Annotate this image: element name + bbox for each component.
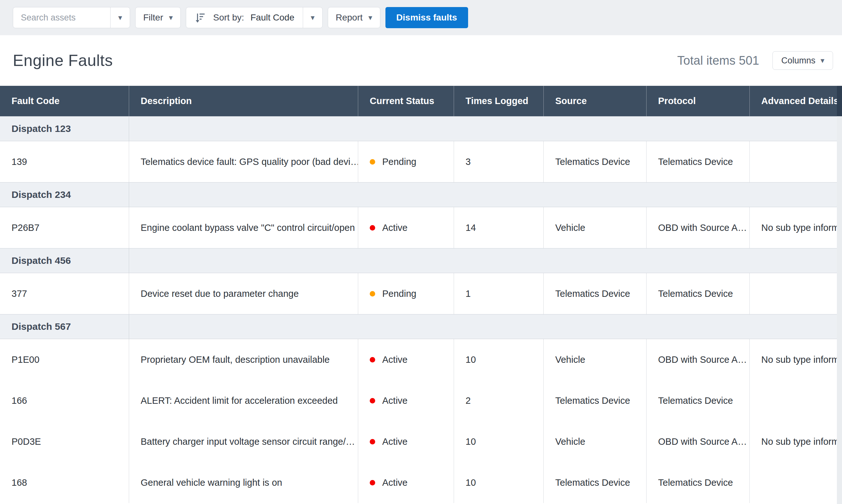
status-label: Active bbox=[382, 395, 407, 406]
column-header-source[interactable]: Source bbox=[544, 86, 647, 116]
cell-description: Engine coolant bypass valve "C" control … bbox=[129, 207, 358, 248]
sort-dropdown-button[interactable]: ▾ bbox=[303, 14, 322, 21]
title-right: Total items 501 Columns ▾ bbox=[677, 51, 833, 70]
cell-description: General vehicle warning light is on bbox=[129, 462, 358, 503]
cell-current-status: Active bbox=[358, 462, 454, 503]
cell-protocol: Telematics Device bbox=[647, 141, 750, 182]
column-header-times-logged[interactable]: Times Logged bbox=[454, 86, 544, 116]
column-header-current-status[interactable]: Current Status bbox=[358, 86, 454, 116]
column-header-advanced-details[interactable]: Advanced Details bbox=[750, 86, 842, 116]
cell-protocol: OBD with Source A… bbox=[647, 421, 750, 462]
cell-protocol: OBD with Source A… bbox=[647, 207, 750, 248]
cell-source: Telematics Device bbox=[544, 141, 647, 182]
chevron-down-icon: ▾ bbox=[821, 57, 824, 65]
cell-advanced-details bbox=[750, 380, 842, 421]
chevron-down-icon: ▾ bbox=[169, 14, 173, 21]
cell-advanced-details: No sub type information bbox=[750, 339, 842, 380]
columns-button[interactable]: Columns ▾ bbox=[772, 51, 833, 70]
group-header-row[interactable]: Dispatch 456 bbox=[0, 248, 842, 273]
cell-source: Vehicle bbox=[544, 421, 647, 462]
cell-advanced-details: No sub type information bbox=[750, 421, 842, 462]
table-row[interactable]: 377 Device reset due to parameter change… bbox=[0, 273, 842, 314]
cell-times-logged: 3 bbox=[454, 141, 544, 182]
group-spacer bbox=[129, 314, 842, 339]
cell-description: Telematics device fault: GPS quality poo… bbox=[129, 141, 358, 182]
scrollbar-thumb[interactable] bbox=[837, 86, 842, 116]
cell-source: Vehicle bbox=[544, 207, 647, 248]
total-items-value: 501 bbox=[739, 54, 759, 67]
search-dropdown-button[interactable]: ▾ bbox=[110, 14, 130, 21]
status-dot-icon bbox=[370, 480, 375, 485]
vertical-scrollbar[interactable] bbox=[837, 86, 842, 504]
cell-times-logged: 10 bbox=[454, 462, 544, 503]
table-row[interactable]: P26B7 Engine coolant bypass valve "C" co… bbox=[0, 207, 842, 248]
group-label: Dispatch 123 bbox=[0, 116, 129, 141]
chevron-down-icon: ▾ bbox=[311, 14, 315, 21]
cell-source: Telematics Device bbox=[544, 380, 647, 421]
report-button[interactable]: Report ▾ bbox=[328, 7, 380, 28]
cell-source: Vehicle bbox=[544, 339, 647, 380]
group-label: Dispatch 234 bbox=[0, 182, 129, 207]
cell-advanced-details bbox=[750, 462, 842, 503]
report-label: Report bbox=[336, 13, 363, 23]
status-dot-icon bbox=[370, 357, 375, 362]
cell-description: ALERT: Accident limit for acceleration e… bbox=[129, 380, 358, 421]
search-input[interactable] bbox=[13, 8, 110, 28]
group-header-row[interactable]: Dispatch 234 bbox=[0, 182, 842, 207]
group-label: Dispatch 567 bbox=[0, 314, 129, 339]
group-spacer bbox=[129, 182, 842, 207]
cell-description: Proprietary OEM fault, description unava… bbox=[129, 339, 358, 380]
chevron-down-icon: ▾ bbox=[118, 14, 122, 21]
table-row[interactable]: 166 ALERT: Accident limit for accelerati… bbox=[0, 380, 842, 421]
cell-source: Telematics Device bbox=[544, 462, 647, 503]
table-row[interactable]: P0D3E Battery charger input voltage sens… bbox=[0, 421, 842, 462]
cell-protocol: OBD with Source A… bbox=[647, 339, 750, 380]
status-label: Active bbox=[382, 478, 407, 488]
sort-descending-icon bbox=[194, 12, 207, 24]
faults-table: Fault Code Description Current Status Ti… bbox=[0, 86, 842, 503]
status-label: Pending bbox=[382, 288, 416, 299]
sort-button[interactable]: Sort by: Fault Code ▾ bbox=[186, 7, 322, 28]
cell-current-status: Pending bbox=[358, 141, 454, 182]
cell-times-logged: 10 bbox=[454, 339, 544, 380]
cell-fault-code: 166 bbox=[0, 380, 129, 421]
table-row[interactable]: 139 Telematics device fault: GPS quality… bbox=[0, 141, 842, 182]
status-label: Active bbox=[382, 222, 407, 233]
cell-protocol: Telematics Device bbox=[647, 273, 750, 314]
cell-fault-code: P1E00 bbox=[0, 339, 129, 380]
filter-label: Filter bbox=[143, 13, 163, 23]
status-label: Active bbox=[382, 436, 407, 447]
cell-fault-code: 139 bbox=[0, 141, 129, 182]
cell-current-status: Active bbox=[358, 339, 454, 380]
sort-label: Sort by: bbox=[213, 13, 244, 23]
cell-times-logged: 10 bbox=[454, 421, 544, 462]
group-header-row[interactable]: Dispatch 567 bbox=[0, 314, 842, 339]
cell-advanced-details: No sub type information bbox=[750, 207, 842, 248]
cell-current-status: Active bbox=[358, 421, 454, 462]
sort-main[interactable]: Sort by: Fault Code bbox=[186, 12, 302, 24]
table-row[interactable]: 168 General vehicle warning light is on … bbox=[0, 462, 842, 503]
cell-source: Telematics Device bbox=[544, 273, 647, 314]
cell-times-logged: 2 bbox=[454, 380, 544, 421]
columns-label: Columns bbox=[781, 56, 815, 66]
dismiss-faults-button[interactable]: Dismiss faults bbox=[385, 7, 468, 28]
cell-protocol: Telematics Device bbox=[647, 462, 750, 503]
cell-description: Device reset due to parameter change bbox=[129, 273, 358, 314]
filter-button[interactable]: Filter ▾ bbox=[135, 7, 181, 28]
status-label: Pending bbox=[382, 157, 416, 167]
column-header-description[interactable]: Description bbox=[129, 86, 358, 116]
cell-advanced-details bbox=[750, 273, 842, 314]
total-items-label: Total items bbox=[677, 54, 736, 67]
status-dot-icon bbox=[370, 291, 375, 296]
cell-fault-code: 168 bbox=[0, 462, 129, 503]
toolbar: ▾ Filter ▾ Sort by: Fault Code ▾ R bbox=[0, 0, 842, 35]
table-header-row: Fault Code Description Current Status Ti… bbox=[0, 86, 842, 116]
column-header-protocol[interactable]: Protocol bbox=[647, 86, 750, 116]
table-row[interactable]: P1E00 Proprietary OEM fault, description… bbox=[0, 339, 842, 380]
column-header-fault-code[interactable]: Fault Code bbox=[0, 86, 129, 116]
group-header-row[interactable]: Dispatch 123 bbox=[0, 116, 842, 141]
group-spacer bbox=[129, 116, 842, 141]
total-items: Total items 501 bbox=[677, 54, 759, 68]
cell-current-status: Pending bbox=[358, 273, 454, 314]
status-dot-icon bbox=[370, 159, 375, 165]
